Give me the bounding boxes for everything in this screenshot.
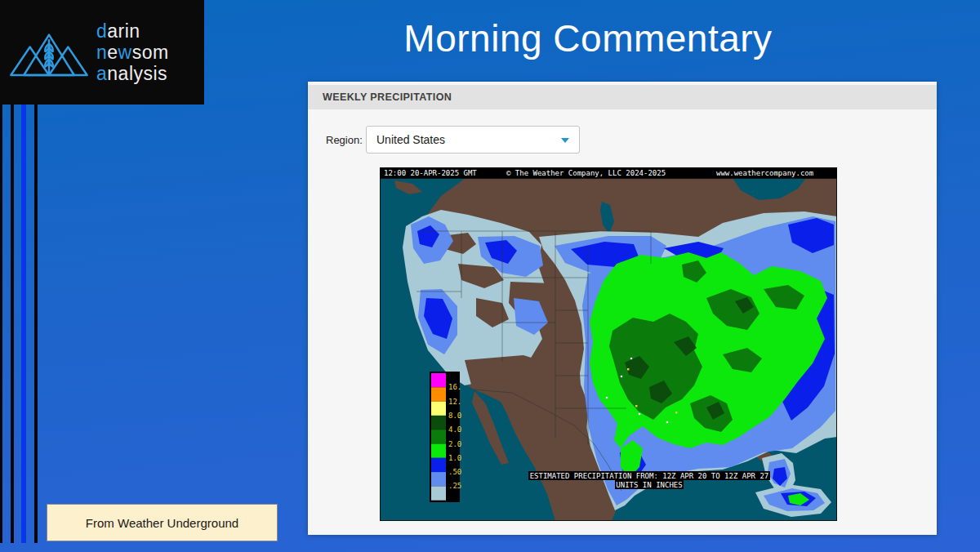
page-title: Morning Commentary	[310, 16, 866, 60]
chevron-down-icon	[561, 138, 569, 143]
brand-letter: d	[96, 20, 107, 42]
source-note-text: From Weather Underground	[86, 516, 238, 530]
svg-text:.50: .50	[448, 468, 461, 476]
left-accent-line	[0, 105, 2, 543]
svg-text:2.0: 2.0	[448, 440, 461, 448]
svg-text:16.: 16.	[448, 383, 461, 391]
svg-text:.25: .25	[448, 482, 461, 490]
brand-letters: som	[132, 42, 169, 63]
region-dropdown[interactable]: United States	[366, 126, 580, 154]
map-caption-line1: ESTIMATED PRECIPITATION FROM: 12Z APR 20…	[530, 472, 769, 480]
brand-letter: a	[96, 63, 107, 84]
brand-letters: arin	[107, 20, 140, 42]
svg-text:4.0: 4.0	[448, 425, 461, 434]
map-caption-line2: UNITS IN INCHES	[616, 481, 682, 489]
map-header-bar: 12:00 20-APR-2025 GMT © The Weather Comp…	[380, 167, 837, 178]
svg-text:1.0: 1.0	[448, 454, 461, 462]
map-header-time: 12:00 20-APR-2025 GMT	[384, 169, 477, 177]
precipitation-map: 12:00 20-APR-2025 GMT © The Weather Comp…	[380, 167, 837, 521]
brand-letters: e	[107, 42, 118, 63]
panel-header: WEEKLY PRECIPITATION	[308, 85, 937, 109]
svg-text:8.0: 8.0	[448, 412, 461, 420]
map-legend: 16. 12. 8.0 4.0 2.0 1.0 .50 .25	[430, 372, 461, 502]
left-accent-line	[11, 105, 14, 543]
weekly-precipitation-panel: WEEKLY PRECIPITATION Region: United Stat…	[308, 82, 937, 535]
brand-wordmark: darin newsom analysis	[96, 20, 169, 84]
mountains-wheat-icon	[7, 18, 91, 87]
map-header-copyright: © The Weather Company, LLC 2024-2025	[506, 169, 666, 177]
brand-letter: w	[118, 42, 132, 63]
brand-letters: nalysis	[107, 63, 167, 84]
slide-background: { "logo": { "w1_a": "d", "w1_b": "arin",…	[0, 0, 980, 552]
region-row: Region: United States	[308, 126, 937, 154]
brand-logo: darin newsom analysis	[0, 0, 204, 105]
svg-text:12.: 12.	[448, 398, 461, 406]
region-label: Region:	[326, 134, 363, 146]
left-accent-line-blue	[21, 105, 26, 543]
source-note: From Weather Underground	[47, 504, 278, 541]
map-header-url: www.weathercompany.com	[716, 169, 813, 177]
brand-letter: n	[96, 42, 107, 63]
left-accent-line	[34, 105, 38, 543]
region-dropdown-value: United States	[376, 133, 445, 146]
